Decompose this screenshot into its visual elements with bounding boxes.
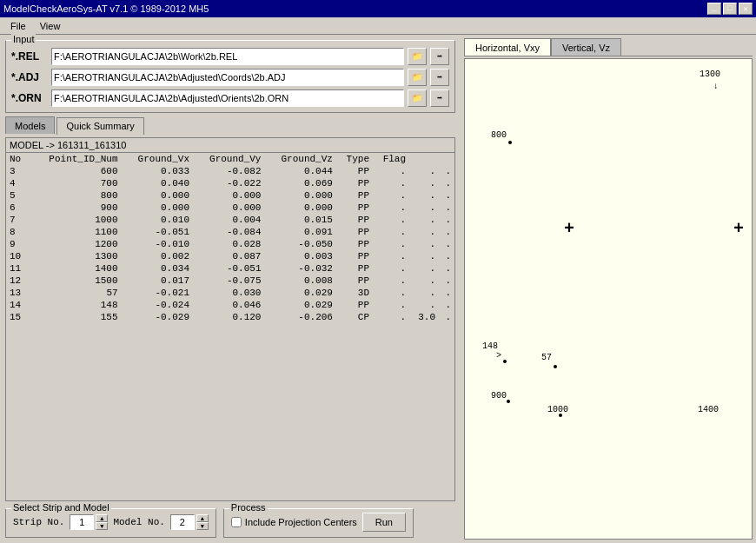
process-group: Process Include Projection Centers Run xyxy=(223,508,414,538)
crosshair-right xyxy=(733,219,744,239)
label-1000: 1000 xyxy=(547,405,568,414)
table-cell: . xyxy=(373,177,409,189)
label-148: 148 xyxy=(482,341,498,351)
model-input[interactable] xyxy=(170,514,195,530)
orn-arrow-button[interactable]: ➡ xyxy=(430,89,449,107)
table-cell: 0.028 xyxy=(193,238,264,250)
table-row: 47000.040-0.0220.069PP... xyxy=(6,177,454,189)
table-cell: . xyxy=(373,226,409,238)
orn-open-button[interactable]: 📁 xyxy=(408,89,427,107)
table-cell: 0.040 xyxy=(122,177,193,189)
label-1300-arrow: ↓ xyxy=(713,82,719,91)
col-ground-vy: Ground_Vy xyxy=(193,153,264,165)
table-row: 81100-0.051-0.0840.091PP... xyxy=(6,226,454,238)
table-cell: . xyxy=(439,275,454,287)
table-cell: . xyxy=(439,311,454,323)
table-body: 36000.033-0.0820.044PP...47000.040-0.022… xyxy=(6,165,454,323)
table-cell: 0.004 xyxy=(193,214,264,226)
model-label: Model No. xyxy=(113,517,164,527)
point-900 xyxy=(507,400,510,403)
adj-open-button[interactable]: 📁 xyxy=(408,69,427,86)
right-panel: Horizontal, Vxy Vertical, Vz 1300 ↓ 800 … xyxy=(461,35,756,543)
table-cell: 12 xyxy=(6,275,29,287)
table-cell: . xyxy=(439,287,454,299)
tab-horizontal[interactable]: Horizontal, Vxy xyxy=(464,38,551,56)
table-cell: 0.029 xyxy=(264,287,335,299)
strip-up-arrow[interactable]: ▲ xyxy=(96,514,108,522)
table-cell: 0.033 xyxy=(122,165,193,177)
table-cell: 3 xyxy=(6,165,29,177)
table-cell: . xyxy=(439,299,454,311)
table-row: 1114000.034-0.051-0.032PP... xyxy=(6,262,454,275)
table-row: 91200-0.0100.028-0.050PP... xyxy=(6,238,454,250)
adj-arrow-button[interactable]: ➡ xyxy=(430,69,449,86)
tab-models[interactable]: Models xyxy=(5,116,55,134)
maximize-button[interactable]: □ xyxy=(723,3,737,15)
main-layout: Input *.REL 📁 ➡ *.ADJ 📁 ➡ *.ORN 📁 ➡ xyxy=(0,35,756,543)
strip-spinner: ▲ ▼ xyxy=(70,514,108,530)
col-ground-vx: Ground_Vx xyxy=(122,153,193,165)
run-button[interactable]: Run xyxy=(362,513,406,532)
model-header: MODEL -> 161311_161310 xyxy=(6,138,454,153)
table-cell: . xyxy=(373,165,409,177)
rel-arrow-button[interactable]: ➡ xyxy=(430,48,449,65)
tab-vertical[interactable]: Vertical, Vz xyxy=(551,38,621,56)
rel-input[interactable] xyxy=(51,48,404,65)
data-table: No Point_ID_Num Ground_Vx Ground_Vy Grou… xyxy=(6,153,454,323)
table-cell: 13 xyxy=(6,287,29,299)
table-cell: PP xyxy=(336,275,373,287)
tab-quick-summary[interactable]: Quick Summary xyxy=(56,117,143,135)
strip-arrows: ▲ ▼ xyxy=(96,514,108,530)
adj-label: *.ADJ xyxy=(11,71,48,83)
process-label: Process xyxy=(229,502,268,513)
include-projection-checkbox[interactable] xyxy=(231,517,242,527)
table-cell: 0.000 xyxy=(122,189,193,202)
title-bar: ModelCheckAeroSys-AT v7.1 © 1989-2012 MH… xyxy=(0,0,756,17)
table-cell: . xyxy=(439,165,454,177)
minimize-button[interactable]: _ xyxy=(707,3,721,15)
table-cell: -0.082 xyxy=(193,165,264,177)
menu-file[interactable]: File xyxy=(3,19,33,33)
table-cell: 155 xyxy=(29,311,122,323)
table-cell: 3.0 xyxy=(409,311,439,323)
menu-view[interactable]: View xyxy=(33,19,68,33)
close-button[interactable]: ✕ xyxy=(739,3,753,15)
table-cell: . xyxy=(409,177,439,189)
orn-input[interactable] xyxy=(51,89,404,107)
table-cell: . xyxy=(439,238,454,250)
table-cell: . xyxy=(439,262,454,275)
table-cell: . xyxy=(373,189,409,202)
rel-open-button[interactable]: 📁 xyxy=(408,48,427,65)
table-cell: . xyxy=(409,189,439,202)
table-cell: 0.000 xyxy=(264,202,335,214)
adj-input[interactable] xyxy=(51,69,404,86)
table-cell: 0.008 xyxy=(264,275,335,287)
table-cell: 6 xyxy=(6,202,29,214)
data-table-container: No Point_ID_Num Ground_Vx Ground_Vy Grou… xyxy=(6,153,454,500)
table-cell: -0.021 xyxy=(122,287,193,299)
table-cell: 800 xyxy=(29,189,122,202)
input-group-label: Input xyxy=(11,34,36,44)
strip-input[interactable] xyxy=(70,514,94,530)
orn-row: *.ORN 📁 ➡ xyxy=(11,89,449,107)
table-cell: 7 xyxy=(6,214,29,226)
scroll-area[interactable]: No Point_ID_Num Ground_Vx Ground_Vy Grou… xyxy=(6,153,454,361)
table-cell: -0.024 xyxy=(122,299,193,311)
table-cell: 15 xyxy=(6,311,29,323)
app-title: ModelCheckAeroSys-AT v7.1 © 1989-2012 MH… xyxy=(3,3,209,14)
table-cell: 0.029 xyxy=(264,299,335,311)
table-cell: . xyxy=(373,202,409,214)
table-cell: -0.032 xyxy=(264,262,335,275)
table-cell: . xyxy=(373,238,409,250)
model-down-arrow[interactable]: ▼ xyxy=(196,522,209,530)
table-cell: 57 xyxy=(29,287,122,299)
table-cell: PP xyxy=(336,214,373,226)
tab-bar: Models Quick Summary xyxy=(5,116,455,134)
table-cell: 0.000 xyxy=(122,202,193,214)
table-cell: 1100 xyxy=(29,226,122,238)
table-cell: 14 xyxy=(6,299,29,311)
table-cell: . xyxy=(409,214,439,226)
strip-down-arrow[interactable]: ▼ xyxy=(96,522,108,530)
model-up-arrow[interactable]: ▲ xyxy=(196,514,209,522)
table-cell: 0.087 xyxy=(193,250,264,262)
